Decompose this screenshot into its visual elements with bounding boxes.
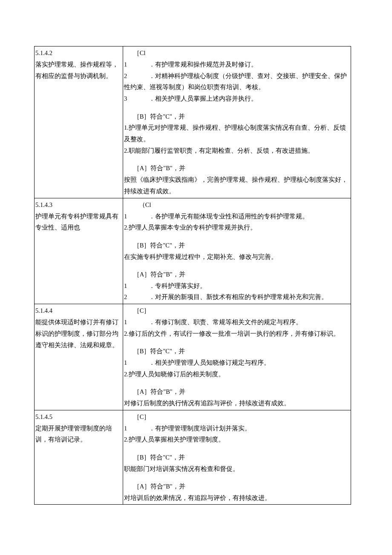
a-label: ［A］符合"B"，并 [124,269,350,280]
a-label: ［A］符合"B"，并 [124,481,350,492]
c-label: ［C］ [124,305,350,317]
b-item: 1.护理单元对护理常规、操作规程、护理核心制度落实情况有自查、分析、反馈及整改。 [124,122,350,145]
table-row: 5.1.4.3 护理单元有专科护理常规具有专业性、适用也 （Cl 1．各护理单元… [35,198,351,304]
b-label: ［B］符合"C"，并 [124,240,350,251]
row-id: 5.1.4.2 [35,49,52,56]
b-text: 职能部门对培训落实情况有检查和督促。 [124,463,350,475]
c-label: ［Cl [124,47,350,59]
document-page: 5.1.4.2 落实护理常规、操作规程等，有相应的监督与协调机制。 ［Cl 1．… [0,0,392,505]
c-item: 1．有护理常规和操作规范并及时修订。 [124,59,350,70]
table-row: 5.1.4.4 能提供体现适时修订并有修订标识的护理制度，修订部分均遵守相关法律… [35,304,351,410]
c-item: 2.护理人员掌握本专业的专科护理常规并执行。 [124,222,350,233]
row-id: 5.1.4.4 [35,307,52,314]
b-text: 在实施专科护理常规过程中，定期补充、修改与完善。 [124,251,350,263]
a-label: ［A］符合"B"，并 [124,386,350,398]
c-item: 2.护理人员掌握相关护理管理制度。 [124,434,350,445]
table-row: 5.1.4.5 定期开展护理管理制度的培训，有培训记录。 ［C］ 1．有护理管理… [35,410,351,505]
table-row: 5.1.4.2 落实护理常规、操作规程等，有相应的监督与协调机制。 ［Cl 1．… [35,46,351,198]
b-item: 1．相关护理管理人员知晓修订规定与程序。 [124,357,350,369]
row-criteria-cell: ［Cl 1．有护理常规和操作规范并及时修订。 2．对精神科护理核心制度（分级护理… [123,46,351,198]
row-id-cell: 5.1.4.5 定期开展护理管理制度的培训，有培训记录。 [35,410,123,446]
c-label: ［C］ [124,411,350,423]
c-item: 1．有修订制度、职责、常规等相关文件的规定与程序。 [124,317,350,328]
c-item: 1．各护理单元有能体现专业性和适用性的专科护理常规。 [124,211,350,222]
row-title: 能提供体现适时修订并有修订标识的护理制度，修订部分均遵守相关法律、法规和规章。 [35,319,118,349]
c-item: 3．相关护理人员掌握上述内容并执行。 [124,93,350,105]
a-text: 对培训后的效果情况，有追踪与评价，有持续改进。 [124,492,350,504]
row-id-cell: 5.1.4.3 护理单元有专科护理常规具有专业性、适用也 [35,198,123,234]
c-item: 1．有护理管理制度培训计划并落实。 [124,423,350,434]
row-title: 落实护理常规、操作规程等，有相应的监督与协调机制。 [35,61,118,79]
b-label: ［B］符合"C"，并 [124,111,350,122]
c-item: 2．对精神科护理核心制度（分级护理、查对、交接班、护理安全、保护性约束、巡视等制… [124,70,350,93]
a-item: 2．对开展的新项目、新技术有相应的专科护理常规补充和完善。 [124,291,350,303]
b-item: 2.职能部门履行监管职责，有定期检查、分析、反馈，有改进措施。 [124,145,350,157]
b-label: ［B］符合"C"，并 [124,452,350,463]
row-criteria-cell: ［C］ 1．有修订制度、职责、常规等相关文件的规定与程序。 2.修订后的文件，有… [123,304,351,410]
a-text: 对修订后制度的执行情况有追踪与评价，持续改进有成效。 [124,398,350,409]
c-label: （Cl [124,199,350,211]
c-item: 2.修订后的文件，有试行一修改一批准一培训一执行的程序，并有修订标识。 [124,328,350,340]
row-title: 护理单元有专科护理常规具有专业性、适用也 [35,213,118,231]
row-id: 5.1.4.5 [35,413,52,420]
row-criteria-cell: ［C］ 1．有护理管理制度培训计划并落实。 2.护理人员掌握相关护理管理制度。 … [123,410,351,505]
b-item: 2.护理人员知晓修订后的相关制度。 [124,369,350,380]
a-text: 按照《临床护理实践指南》，完善护理常规、操作规程、护理核心制度落实好，持续改进有… [124,174,350,197]
b-label: ［B］符合"C"，并 [124,346,350,357]
standards-table: 5.1.4.2 落实护理常规、操作规程等，有相应的监督与协调机制。 ［Cl 1．… [34,46,351,505]
a-item: 1．专科护理落实好。 [124,280,350,292]
row-id-cell: 5.1.4.4 能提供体现适时修订并有修订标识的护理制度，修订部分均遵守相关法律… [35,304,123,352]
row-id: 5.1.4.3 [35,201,52,208]
row-criteria-cell: （Cl 1．各护理单元有能体现专业性和适用性的专科护理常规。 2.护理人员掌握本… [123,198,351,304]
row-title: 定期开展护理管理制度的培训，有培训记录。 [35,425,112,443]
a-label: ［A］符合"B"，并 [124,163,350,174]
row-id-cell: 5.1.4.2 落实护理常规、操作规程等，有相应的监督与协调机制。 [35,46,123,82]
